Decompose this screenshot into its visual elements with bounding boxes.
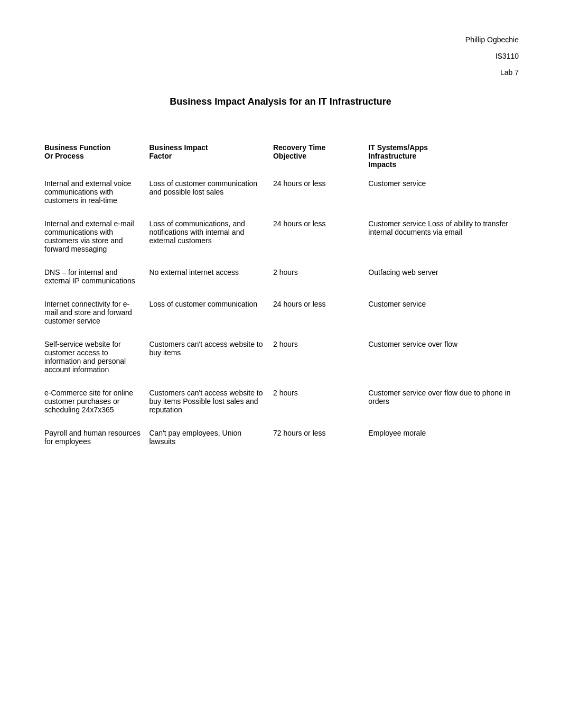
course-code: IS3110	[42, 48, 519, 64]
cell-function: Internet connectivity for e-mail and sto…	[42, 296, 147, 336]
lab-number: Lab 7	[42, 64, 519, 81]
col-header-function: Business Function Or Process	[42, 139, 147, 175]
cell-function: Internal and external voice communicatio…	[42, 175, 147, 215]
col-header-rto: Recovery Time Objective	[271, 139, 366, 175]
bia-table-wrapper: Business Function Or Process Business Im…	[42, 139, 519, 456]
col-header-it: IT Systems/Apps Infrastructure Impacts	[366, 139, 519, 175]
cell-function: Self-service website for customer access…	[42, 336, 147, 384]
table-row: Internal and external e-mail communicati…	[42, 215, 519, 264]
cell-function: Payroll and human resources for employee…	[42, 425, 147, 456]
cell-it-impact: Customer service	[366, 296, 519, 336]
cell-it-impact: Employee morale	[366, 425, 519, 456]
header-block: Phillip Ogbechie IS3110 Lab 7	[42, 32, 519, 80]
cell-impact: Can't pay employees, Union lawsuits	[147, 425, 271, 456]
author-name: Phillip Ogbechie	[42, 32, 519, 48]
table-header-row: Business Function Or Process Business Im…	[42, 139, 519, 175]
cell-rto: 72 hours or less	[271, 425, 366, 456]
cell-it-impact: Customer service Loss of ability to tran…	[366, 215, 519, 264]
cell-impact: Customers can't access website to buy it…	[147, 336, 271, 384]
cell-it-impact: Customer service over flow	[366, 336, 519, 384]
cell-function: Internal and external e-mail communicati…	[42, 215, 147, 264]
cell-impact: Loss of customer communication	[147, 296, 271, 336]
table-row: DNS – for internal and external IP commu…	[42, 264, 519, 296]
cell-function: DNS – for internal and external IP commu…	[42, 264, 147, 296]
cell-it-impact: Customer service	[366, 175, 519, 215]
cell-impact: Loss of customer communication and possi…	[147, 175, 271, 215]
table-row: Internal and external voice communicatio…	[42, 175, 519, 215]
page-title: Business Impact Analysis for an IT Infra…	[42, 96, 519, 107]
col-header-impact: Business Impact Factor	[147, 139, 271, 175]
cell-rto: 2 hours	[271, 264, 366, 296]
cell-it-impact: Outfacing web server	[366, 264, 519, 296]
cell-function: e-Commerce site for online customer purc…	[42, 384, 147, 425]
cell-rto: 24 hours or less	[271, 296, 366, 336]
cell-impact: Loss of communications, and notification…	[147, 215, 271, 264]
cell-rto: 2 hours	[271, 336, 366, 384]
table-row: e-Commerce site for online customer purc…	[42, 384, 519, 425]
cell-impact: No external internet access	[147, 264, 271, 296]
cell-rto: 24 hours or less	[271, 175, 366, 215]
cell-it-impact: Customer service over flow due to phone …	[366, 384, 519, 425]
cell-rto: 2 hours	[271, 384, 366, 425]
table-row: Self-service website for customer access…	[42, 336, 519, 384]
table-row: Payroll and human resources for employee…	[42, 425, 519, 456]
bia-table: Business Function Or Process Business Im…	[42, 139, 519, 456]
cell-impact: Customers can't access website to buy it…	[147, 384, 271, 425]
table-row: Internet connectivity for e-mail and sto…	[42, 296, 519, 336]
cell-rto: 24 hours or less	[271, 215, 366, 264]
